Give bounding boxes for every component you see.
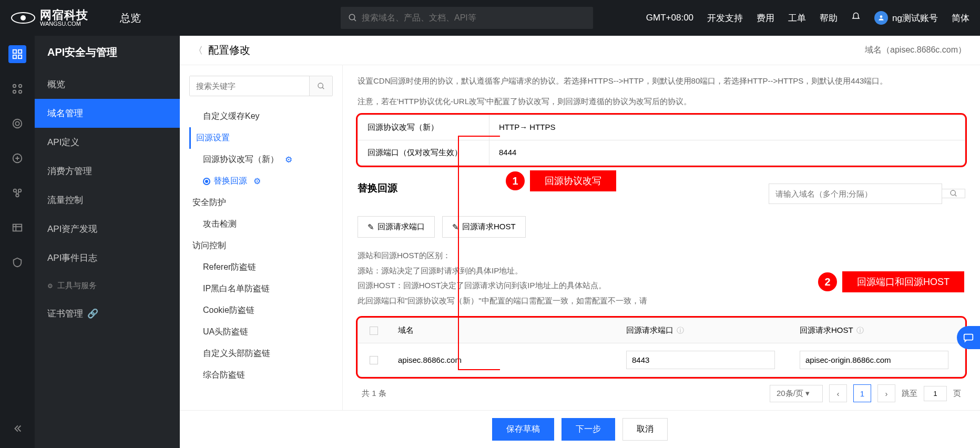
dev-support-link[interactable]: 开发支持: [707, 12, 743, 24]
chat-icon: [963, 332, 974, 343]
tree-access-control[interactable]: 访问控制: [189, 235, 333, 257]
domain-filter-button[interactable]: [942, 189, 965, 198]
gear-icon: ⚙: [253, 176, 261, 186]
rail-item-4[interactable]: [8, 149, 26, 167]
config-value-1: HTTP→ HTTPS: [489, 115, 565, 140]
row-checkbox[interactable]: [358, 343, 390, 376]
tree-search: [189, 76, 333, 96]
page-size-select[interactable]: 20条/页 ▾: [770, 385, 823, 402]
row-host-input[interactable]: [800, 351, 948, 369]
topbar: 网宿科技 WANGSU.COM 总览 GMT+08:00 开发支持 费用 工单 …: [0, 0, 980, 36]
sidebar-cert[interactable]: 证书管理 🔗: [35, 299, 180, 328]
tree-cookie[interactable]: Cookie防盗链: [189, 300, 333, 321]
tree-cache-key[interactable]: 自定义缓存Key: [189, 106, 333, 127]
callout-1: 1 回源协议改写: [506, 170, 616, 191]
ticket-link[interactable]: 工单: [788, 12, 806, 24]
link-icon: 🔗: [87, 308, 98, 319]
action-origin-host[interactable]: ✎回源请求HOST: [442, 216, 526, 238]
tree-combined[interactable]: 综合防盗链: [189, 364, 333, 386]
row-domain: apisec.8686c.com: [390, 343, 618, 376]
svg-line-3: [354, 19, 356, 21]
sidebar-item-api-def[interactable]: API定义: [35, 128, 180, 157]
jump-label: 跳至: [902, 389, 917, 399]
rail-dashboard[interactable]: [8, 45, 26, 63]
tree-custom-header[interactable]: 自定义头部防盗链: [189, 343, 333, 364]
next-page-button[interactable]: ›: [877, 384, 895, 402]
config-table: 回源协议改写（新） HTTP→ HTTPS 回源端口（仅对改写生效） 8444: [358, 115, 965, 166]
rail-item-5[interactable]: [8, 184, 26, 202]
username: ng测试账号: [892, 12, 938, 24]
help-link[interactable]: 帮助: [820, 12, 838, 24]
tree-origin-settings[interactable]: 回源设置: [189, 127, 333, 149]
tree-ip-bw[interactable]: IP黑白名单防盗链: [189, 278, 333, 300]
sidebar-item-domain[interactable]: 域名管理: [35, 99, 180, 128]
overview-link[interactable]: 总览: [120, 11, 141, 25]
rail-item-7[interactable]: [8, 253, 26, 271]
brand-name: 网宿科技: [40, 9, 88, 21]
domain-filter-input[interactable]: [769, 184, 942, 204]
search-icon: [950, 189, 958, 198]
edit-icon: ✎: [368, 222, 374, 232]
global-search[interactable]: [341, 7, 593, 29]
svg-point-14: [15, 121, 19, 125]
th-port: 回源请求端口ⓘ: [618, 318, 791, 343]
sidebar-item-events[interactable]: API事件日志: [35, 243, 180, 272]
config-tree-panel: 自定义缓存Key 回源设置 回源协议改写（新）⚙ 替换回源⚙ 安全防护 攻击检测…: [180, 65, 343, 410]
tree-replace-origin[interactable]: 替换回源⚙: [189, 170, 333, 192]
collapse-rail[interactable]: [8, 420, 26, 437]
action-buttons: ✎回源请求端口 ✎回源请求HOST: [358, 216, 965, 238]
timezone[interactable]: GMT+08:00: [646, 13, 693, 23]
sidebar-tools[interactable]: ⚙工具与服务: [35, 272, 180, 299]
save-draft-button[interactable]: 保存草稿: [492, 418, 554, 441]
gear-icon: ⚙: [285, 155, 292, 165]
annotation-line-h2: [458, 369, 500, 370]
checkbox-icon: [370, 327, 378, 335]
lang-switch[interactable]: 简体: [952, 12, 969, 24]
svg-rect-8: [18, 55, 22, 58]
help-icon[interactable]: ⓘ: [856, 326, 864, 335]
page-number[interactable]: 1: [853, 384, 871, 402]
tree-search-button[interactable]: [309, 76, 332, 96]
help-icon[interactable]: ⓘ: [677, 326, 684, 335]
tree-referer[interactable]: Referer防盗链: [189, 257, 333, 278]
rail-item-6[interactable]: [8, 219, 26, 237]
sidebar-item-overview[interactable]: 概览: [35, 70, 180, 99]
user-menu[interactable]: ng测试账号: [874, 11, 938, 25]
origin-table: 域名 回源请求端口ⓘ 回源请求HOSTⓘ apisec.8686c.com: [358, 318, 965, 377]
page-suffix: 页: [953, 389, 961, 399]
table-row: apisec.8686c.com: [358, 343, 965, 376]
tree-protocol-rewrite[interactable]: 回源协议改写（新）⚙: [189, 149, 333, 170]
tree-ua[interactable]: UA头防盗链: [189, 321, 333, 343]
gear-icon: ⚙: [47, 282, 53, 290]
tree-attack[interactable]: 攻击检测: [189, 213, 333, 235]
prev-page-button[interactable]: ‹: [829, 384, 847, 402]
svg-rect-7: [13, 55, 16, 58]
sidebar-item-asset[interactable]: API资产发现: [35, 215, 180, 243]
svg-point-4: [880, 15, 883, 18]
sidebar-item-consumer[interactable]: 消费方管理: [35, 157, 180, 186]
jump-page-input[interactable]: [924, 386, 947, 401]
search-input[interactable]: [362, 13, 586, 23]
sidebar-item-traffic[interactable]: 流量控制: [35, 186, 180, 215]
fee-link[interactable]: 费用: [757, 12, 774, 24]
tree-security[interactable]: 安全防护: [189, 192, 333, 213]
next-button[interactable]: 下一步: [562, 418, 615, 441]
logo[interactable]: 网宿科技 WANGSU.COM: [11, 9, 88, 27]
back-button[interactable]: 〈: [193, 44, 203, 57]
rail-item-3[interactable]: [8, 115, 26, 133]
rail-item-2[interactable]: [8, 80, 26, 98]
bell-icon[interactable]: [851, 12, 861, 24]
tree-search-input[interactable]: [190, 76, 309, 96]
row-port-input[interactable]: [626, 351, 775, 369]
chat-button[interactable]: [957, 326, 980, 349]
action-origin-port[interactable]: ✎回源请求端口: [358, 216, 435, 238]
svg-point-13: [13, 119, 22, 128]
checkbox-icon: [370, 356, 378, 364]
annotation-line-h1: [458, 136, 500, 137]
config-value-2: 8444: [489, 140, 526, 165]
icon-rail: [0, 36, 35, 448]
cancel-button[interactable]: 取消: [622, 418, 668, 441]
th-checkbox[interactable]: [358, 318, 390, 343]
svg-point-18: [16, 194, 19, 197]
svg-line-23: [322, 87, 324, 89]
